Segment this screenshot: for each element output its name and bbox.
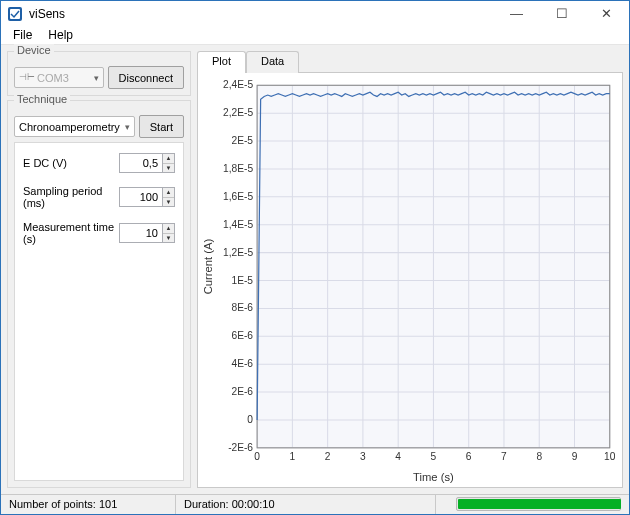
svg-text:2,2E-5: 2,2E-5	[223, 107, 253, 118]
disconnect-button[interactable]: Disconnect	[108, 66, 184, 89]
technique-name: Chronoamperometry	[19, 121, 120, 133]
svg-text:1: 1	[290, 451, 296, 462]
svg-text:6E-6: 6E-6	[232, 330, 254, 341]
sampling-spinbox[interactable]: ▲▼	[119, 187, 175, 207]
app-icon	[7, 6, 23, 22]
menu-help[interactable]: Help	[40, 26, 81, 44]
progress-bar	[456, 497, 621, 511]
points-label: Number of points:	[9, 498, 96, 510]
maximize-button[interactable]: ☐	[539, 1, 584, 26]
svg-text:8E-6: 8E-6	[232, 302, 254, 313]
svg-text:-2E-6: -2E-6	[228, 442, 253, 453]
right-panel: Plot Data -2E-602E-64E-66E-68E-61E-51,2E…	[197, 51, 623, 488]
svg-text:2,4E-5: 2,4E-5	[223, 79, 253, 90]
chevron-down-icon: ▾	[94, 73, 99, 83]
arrow-up-icon[interactable]: ▲	[163, 188, 174, 198]
duration-label: Duration:	[184, 498, 229, 510]
meas-label: Measurement time (s)	[23, 221, 119, 245]
svg-text:10: 10	[604, 451, 616, 462]
app-window: viSens — ☐ ✕ File Help Device ⊣⊢ COM3 ▾ …	[0, 0, 630, 515]
svg-text:2: 2	[325, 451, 331, 462]
svg-text:2E-6: 2E-6	[232, 386, 254, 397]
svg-text:Current (A): Current (A)	[202, 239, 214, 295]
svg-text:1,2E-5: 1,2E-5	[223, 247, 253, 258]
left-panel: Device ⊣⊢ COM3 ▾ Disconnect Technique Ch…	[7, 51, 191, 488]
svg-text:8: 8	[536, 451, 542, 462]
param-edc: E DC (V) ▲▼	[23, 153, 175, 173]
svg-text:1,8E-5: 1,8E-5	[223, 163, 253, 174]
titlebar: viSens — ☐ ✕	[1, 1, 629, 26]
duration-value: 00:00:10	[232, 498, 275, 510]
sampling-input[interactable]	[119, 187, 163, 207]
technique-group: Technique Chronoamperometry ▾ Start E DC…	[7, 100, 191, 488]
svg-text:5: 5	[431, 451, 437, 462]
technique-legend: Technique	[14, 93, 70, 105]
sampling-stepper[interactable]: ▲▼	[163, 187, 175, 207]
param-sampling: Sampling period (ms) ▲▼	[23, 185, 175, 209]
arrow-down-icon[interactable]: ▼	[163, 198, 174, 207]
window-title: viSens	[29, 7, 65, 21]
status-duration: Duration: 00:00:10	[176, 495, 436, 514]
svg-text:1,6E-5: 1,6E-5	[223, 191, 253, 202]
svg-text:7: 7	[501, 451, 507, 462]
svg-text:9: 9	[572, 451, 578, 462]
arrow-down-icon[interactable]: ▼	[163, 164, 174, 173]
tabs: Plot Data	[197, 51, 623, 73]
menu-file[interactable]: File	[5, 26, 40, 44]
close-button[interactable]: ✕	[584, 1, 629, 26]
device-port-value: COM3	[37, 72, 69, 84]
technique-dropdown[interactable]: Chronoamperometry ▾	[14, 116, 135, 137]
start-button[interactable]: Start	[139, 115, 184, 138]
svg-text:6: 6	[466, 451, 472, 462]
edc-input[interactable]	[119, 153, 163, 173]
svg-text:1E-5: 1E-5	[232, 275, 254, 286]
progress-fill	[458, 499, 621, 509]
status-progress-cell	[448, 495, 629, 514]
menubar: File Help	[1, 26, 629, 45]
chevron-down-icon: ▾	[125, 122, 130, 132]
window-controls: — ☐ ✕	[494, 1, 629, 26]
arrow-down-icon[interactable]: ▼	[163, 234, 174, 243]
plot-chart: -2E-602E-64E-66E-68E-61E-51,2E-51,4E-51,…	[198, 73, 622, 487]
tab-data[interactable]: Data	[246, 51, 299, 73]
plot-panel: -2E-602E-64E-66E-68E-61E-51,2E-51,4E-51,…	[197, 72, 623, 488]
port-icon: ⊣⊢	[19, 73, 35, 82]
svg-text:4E-6: 4E-6	[232, 358, 254, 369]
sampling-label: Sampling period (ms)	[23, 185, 119, 209]
svg-text:0: 0	[247, 414, 253, 425]
device-legend: Device	[14, 44, 54, 56]
minimize-button[interactable]: —	[494, 1, 539, 26]
device-port-dropdown[interactable]: ⊣⊢ COM3 ▾	[14, 67, 104, 88]
tab-plot[interactable]: Plot	[197, 51, 246, 73]
meas-stepper[interactable]: ▲▼	[163, 223, 175, 243]
technique-params: E DC (V) ▲▼ Sampling period (ms) ▲▼	[14, 142, 184, 481]
svg-text:2E-5: 2E-5	[232, 135, 254, 146]
svg-text:3: 3	[360, 451, 366, 462]
device-group: Device ⊣⊢ COM3 ▾ Disconnect	[7, 51, 191, 96]
arrow-up-icon[interactable]: ▲	[163, 224, 174, 234]
svg-text:1,4E-5: 1,4E-5	[223, 219, 253, 230]
client-area: Device ⊣⊢ COM3 ▾ Disconnect Technique Ch…	[1, 45, 629, 494]
arrow-up-icon[interactable]: ▲	[163, 154, 174, 164]
meas-spinbox[interactable]: ▲▼	[119, 223, 175, 243]
svg-text:Time (s): Time (s)	[413, 471, 454, 483]
edc-spinbox[interactable]: ▲▼	[119, 153, 175, 173]
meas-input[interactable]	[119, 223, 163, 243]
status-points: Number of points: 101	[1, 495, 176, 514]
statusbar: Number of points: 101 Duration: 00:00:10	[1, 494, 629, 514]
edc-stepper[interactable]: ▲▼	[163, 153, 175, 173]
svg-text:0: 0	[254, 451, 260, 462]
svg-text:4: 4	[395, 451, 401, 462]
points-value: 101	[99, 498, 117, 510]
edc-label: E DC (V)	[23, 157, 67, 169]
param-meas: Measurement time (s) ▲▼	[23, 221, 175, 245]
